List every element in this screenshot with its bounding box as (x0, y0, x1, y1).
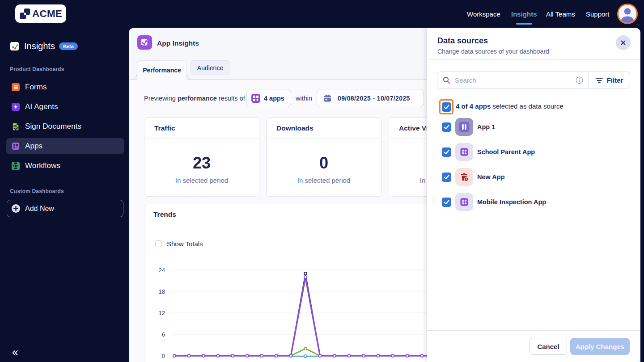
svg-text:18: 18 (159, 288, 165, 295)
svg-text:12: 12 (159, 310, 165, 316)
svg-text:6: 6 (162, 331, 165, 338)
svg-text:0: 0 (162, 353, 165, 359)
svg-text:24: 24 (159, 267, 165, 274)
